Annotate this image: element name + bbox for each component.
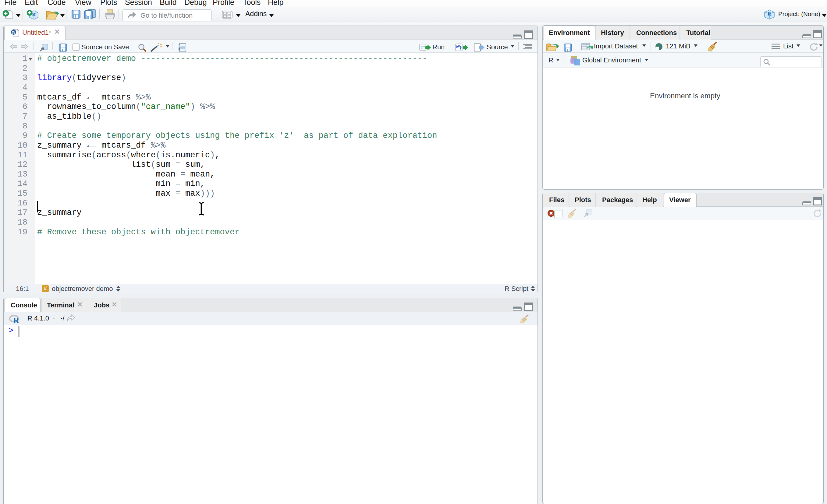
svg-text:R: R xyxy=(12,30,15,35)
svg-text:R: R xyxy=(768,11,772,17)
svg-text:R: R xyxy=(13,316,19,325)
svg-text:R: R xyxy=(32,12,36,17)
